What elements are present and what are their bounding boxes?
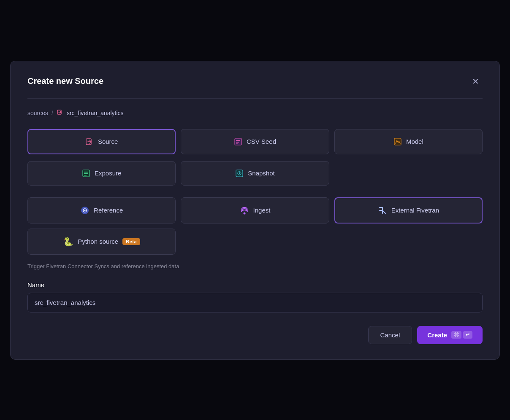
type-button-source[interactable]: Source xyxy=(27,129,176,154)
type-grid-row1: Source CSV Seed xyxy=(27,129,483,154)
kbd-enter: ↵ xyxy=(463,331,472,339)
type-source-label: Source xyxy=(98,138,118,145)
keyboard-shortcut: ⌘ ↵ xyxy=(451,331,472,339)
type-button-python-source[interactable]: 🐍 Python source Beta xyxy=(27,229,176,255)
ext-fivetran-icon xyxy=(378,206,387,215)
ingest-icon xyxy=(240,206,249,215)
breadcrumb-current: src_fivetran_analytics xyxy=(67,110,124,116)
header-divider xyxy=(27,98,483,99)
csv-icon xyxy=(234,137,242,146)
modal-header: Create new Source ✕ xyxy=(27,75,483,88)
type-csv-label: CSV Seed xyxy=(247,138,276,145)
type-python-label: Python source xyxy=(78,238,118,245)
type-button-reference[interactable]: Reference xyxy=(27,197,176,223)
svg-rect-5 xyxy=(236,143,238,144)
modal-overlay: Create new Source ✕ sources / src_fivetr… xyxy=(0,0,510,420)
type-button-snapshot[interactable]: Snapshot xyxy=(181,161,329,186)
modal-title: Create new Source xyxy=(27,76,103,86)
create-label: Create xyxy=(427,331,447,339)
modal-dialog: Create new Source ✕ sources / src_fivetr… xyxy=(10,61,500,360)
reference-icon xyxy=(80,206,90,215)
type-snapshot-label: Snapshot xyxy=(248,170,274,177)
type-model-label: Model xyxy=(406,138,423,145)
svg-rect-3 xyxy=(236,140,240,141)
kbd-cmd: ⌘ xyxy=(451,331,461,339)
beta-badge: Beta xyxy=(122,238,140,245)
svg-rect-10 xyxy=(84,175,87,176)
type-exposure-label: Exposure xyxy=(95,170,121,177)
name-input[interactable] xyxy=(27,293,483,312)
source-icon xyxy=(85,137,94,146)
name-field-group: Name xyxy=(27,281,483,312)
svg-rect-8 xyxy=(84,172,88,172)
svg-rect-9 xyxy=(84,173,88,174)
create-button[interactable]: Create ⌘ ↵ xyxy=(417,326,483,344)
snapshot-icon xyxy=(235,169,244,178)
model-icon xyxy=(393,137,402,146)
cancel-label: Cancel xyxy=(380,331,400,339)
breadcrumb: sources / src_fivetran_analytics xyxy=(27,109,483,117)
type-grid-row2: Exposure Snapshot xyxy=(27,161,483,186)
type-ingest-label: Ingest xyxy=(253,207,271,214)
type-button-csv-seed[interactable]: CSV Seed xyxy=(181,129,329,154)
type-button-exposure[interactable]: Exposure xyxy=(27,161,176,186)
type-button-ext-fivetran[interactable]: External Fivetran xyxy=(334,197,483,223)
svg-point-15 xyxy=(84,210,86,211)
type-button-model[interactable]: Model xyxy=(334,129,483,154)
close-button[interactable]: ✕ xyxy=(469,75,483,88)
breadcrumb-parent: sources xyxy=(27,110,48,116)
breadcrumb-source-icon xyxy=(57,109,63,117)
modal-footer: Cancel Create ⌘ ↵ xyxy=(27,326,483,344)
cancel-button[interactable]: Cancel xyxy=(368,326,412,344)
close-icon: ✕ xyxy=(472,77,479,86)
python-icon: 🐍 xyxy=(63,237,73,247)
name-label: Name xyxy=(27,281,483,288)
svg-rect-4 xyxy=(236,142,239,143)
breadcrumb-separator: / xyxy=(52,110,53,116)
type-grid-row3: Reference Ingest xyxy=(27,197,483,223)
type-reference-label: Reference xyxy=(94,207,123,214)
type-ext-fivetran-label: External Fivetran xyxy=(391,207,439,214)
type-grid-row4: 🐍 Python source Beta xyxy=(27,229,483,255)
exposure-icon xyxy=(82,169,90,178)
description-text: Trigger Fivetran Connector Syncs and ref… xyxy=(27,263,483,269)
svg-point-16 xyxy=(243,212,245,214)
type-button-ingest[interactable]: Ingest xyxy=(181,197,329,223)
